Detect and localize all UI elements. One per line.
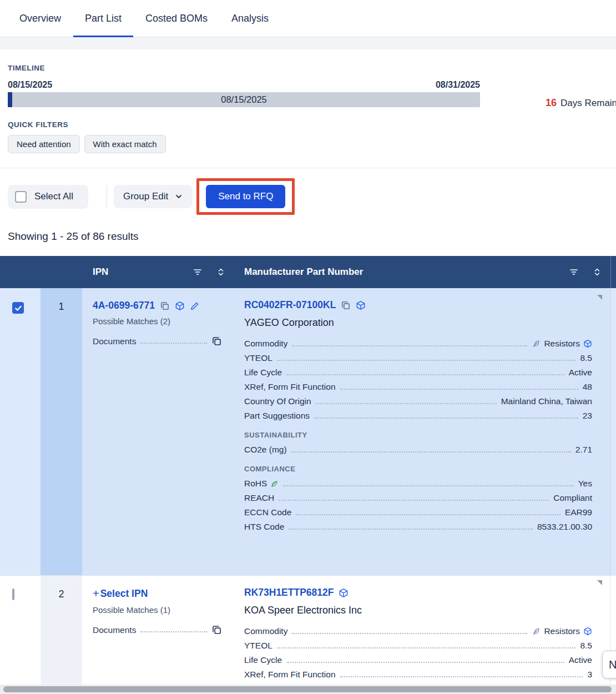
possible-matches: Possible Matches (2): [93, 316, 222, 326]
chevron-down-icon: [174, 192, 183, 201]
field-value: 3: [587, 667, 592, 682]
group-edit-button[interactable]: Group Edit: [114, 185, 193, 208]
mpn-link[interactable]: RK73H1ETTP6812F: [244, 587, 334, 599]
scrollbar-thumb[interactable]: [3, 686, 612, 692]
timeline-dates: 08/15/2025 08/31/2025: [8, 80, 480, 90]
attribute-fields: Commodity Resistors YTEOL 8.5: [244, 336, 592, 534]
row-checkbox-checked[interactable]: [12, 302, 24, 314]
documents-row: Documents: [93, 336, 222, 346]
horizontal-scrollbar: [0, 685, 616, 694]
package-cube-icon[interactable]: [339, 588, 349, 598]
timeline-section: TIMELINE 08/15/2025 08/31/2025 08/15/202…: [0, 49, 616, 107]
manufacturer-name: YAGEO Corporation: [244, 317, 592, 329]
field-label: CO2e (mg): [244, 442, 287, 457]
copy-icon[interactable]: [211, 625, 222, 635]
attribute-fields: Commodity Resistors YTEOL 8.5: [244, 624, 592, 682]
plus-icon: +: [93, 587, 99, 600]
copy-icon[interactable]: [341, 300, 351, 310]
row-checkbox-unchecked[interactable]: [12, 589, 14, 600]
next-button[interactable]: N: [602, 651, 616, 678]
copy-icon[interactable]: [160, 301, 170, 311]
dotted-leader: [283, 485, 573, 486]
row-index: 2: [41, 576, 82, 687]
field-row: Country Of Origin Mainland China, Taiwan: [244, 394, 592, 409]
ipn-cell: + Select IPN Possible Matches (1) Docume…: [82, 576, 233, 687]
field-row: Commodity Resistors: [244, 624, 592, 638]
package-cube-icon[interactable]: [175, 301, 185, 311]
package-cube-icon[interactable]: [583, 627, 592, 636]
field-label: YTEOL: [244, 351, 272, 365]
feather-icon: [532, 339, 541, 348]
documents-label: Documents: [93, 625, 136, 635]
field-label: Commodity: [244, 624, 287, 638]
copy-icon[interactable]: [211, 336, 222, 346]
sort-icon[interactable]: [593, 268, 602, 276]
field-row: RoHS Yes: [244, 476, 592, 491]
mpn-link-row: RK73H1ETTP6812F: [244, 587, 592, 599]
header-ipn: IPN: [82, 256, 233, 288]
field-value: 23: [583, 409, 592, 423]
field-row: YTEOL 8.5: [244, 638, 592, 653]
tab-overview-label: Overview: [19, 13, 61, 24]
ipn-link-row: 4A-0699-6771: [93, 300, 222, 311]
header-ipn-label: IPN: [93, 266, 108, 278]
mpn-link[interactable]: RC0402FR-07100KL: [244, 299, 336, 311]
tab-analysis-label: Analysis: [231, 13, 269, 24]
tab-analysis[interactable]: Analysis: [220, 0, 280, 37]
table-header-row: IPN Manufacturer Part Number: [0, 256, 616, 288]
tab-part-list[interactable]: Part List: [73, 0, 133, 37]
field-value: EAR99: [565, 505, 592, 520]
cell-corner-triangle: [597, 580, 602, 585]
dotted-leader: [340, 389, 578, 390]
timeline-end-date: 08/31/2025: [436, 80, 480, 90]
tab-part-list-label: Part List: [85, 13, 122, 24]
table-row: 1 4A-0699-6771 Possible Matches (2) Docu…: [0, 288, 616, 575]
mpn-cell: RC0402FR-07100KL YAGEO Corporation Commo…: [233, 288, 610, 575]
filter-need-attention[interactable]: Need attention: [8, 135, 80, 153]
sort-icon[interactable]: [216, 268, 225, 276]
select-all-label: Select All: [34, 191, 73, 202]
days-remaining-value: 16: [546, 97, 557, 109]
dotted-leader: [286, 662, 564, 663]
field-label: XRef, Form Fit Function: [244, 667, 336, 682]
dotted-leader: [277, 360, 576, 361]
field-row: REACH Compliant: [244, 491, 592, 505]
field-label: XRef, Form Fit Function: [244, 380, 336, 394]
dotted-leader: [140, 631, 207, 632]
tab-costed-boms[interactable]: Costed BOMs: [134, 0, 219, 37]
send-to-rfq-button[interactable]: Send to RFQ: [206, 185, 285, 208]
edit-pencil-icon[interactable]: [190, 301, 200, 311]
select-all-button[interactable]: Select All: [8, 185, 88, 209]
tab-overview[interactable]: Overview: [8, 0, 73, 37]
field-row: Life Cycle Active: [244, 653, 592, 667]
sustainability-section-label: SUSTAINABILITY: [244, 428, 592, 442]
field-row: XRef, Form Fit Function 48: [244, 380, 592, 394]
manufacturer-name: KOA Speer Electronics Inc: [244, 605, 592, 616]
subheader-band: [0, 37, 616, 49]
field-row: CO2e (mg) 2.71: [244, 442, 592, 457]
field-value: 8533.21.00.30: [537, 520, 592, 534]
package-cube-icon[interactable]: [583, 339, 592, 348]
checkmark-icon: [14, 304, 23, 313]
field-row: Part Suggestions 23: [244, 409, 592, 423]
dotted-leader: [340, 676, 583, 677]
package-cube-icon[interactable]: [356, 300, 366, 310]
header-mpn-label: Manufacturer Part Number: [244, 266, 363, 278]
field-value: 8.5: [580, 638, 592, 653]
field-label: Life Cycle: [244, 365, 282, 380]
filter-icon[interactable]: [193, 268, 202, 276]
filter-with-exact-match[interactable]: With exact match: [84, 135, 166, 153]
field-value: Mainland China, Taiwan: [501, 394, 592, 409]
filter-icon[interactable]: [569, 268, 578, 276]
select-all-checkbox[interactable]: [15, 191, 27, 203]
ipn-cell: 4A-0699-6771 Possible Matches (2) Docume…: [82, 288, 233, 575]
select-ipn-link[interactable]: + Select IPN: [93, 587, 222, 600]
dotted-leader: [292, 633, 527, 634]
days-remaining: 16 Days Remaining: [546, 97, 616, 109]
field-label: HTS Code: [244, 520, 284, 534]
field-value: Compliant: [553, 491, 592, 505]
compliance-section-label: COMPLIANCE: [244, 462, 592, 476]
ipn-link[interactable]: 4A-0699-6771: [93, 300, 155, 311]
annotation-highlight-box: Send to RFQ: [196, 178, 295, 215]
timeline-progress-bar: 08/15/2025: [8, 92, 480, 107]
